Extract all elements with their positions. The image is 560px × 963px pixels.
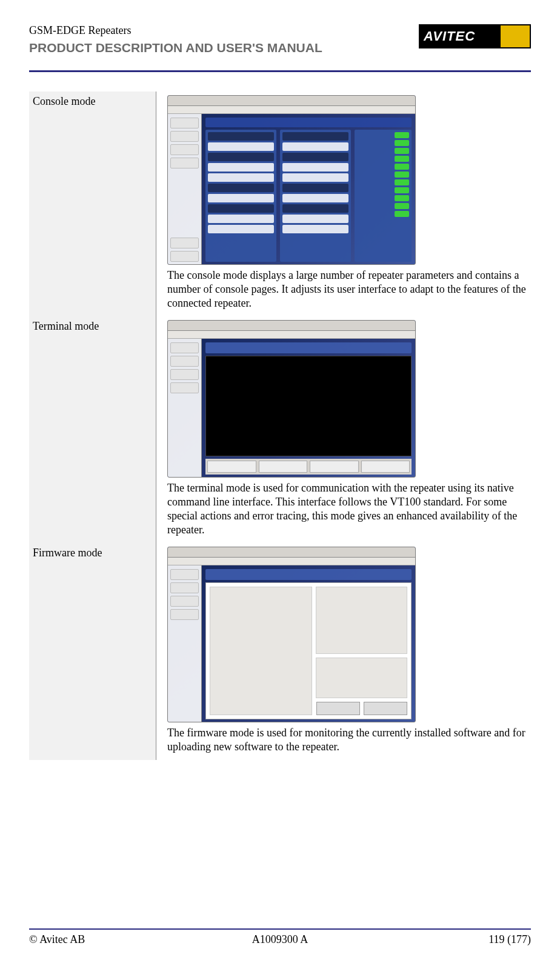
- firmware-header: [205, 569, 412, 580]
- sidebar-item: [170, 158, 199, 168]
- sidebar-item: [170, 569, 199, 580]
- window-menubar: [168, 558, 415, 565]
- footer-copyright: © Avitec AB: [29, 933, 196, 946]
- firmware-list: [316, 587, 407, 654]
- window-titlebar: [168, 96, 415, 106]
- app-sidebar: [168, 339, 202, 478]
- sidebar-item: [170, 382, 199, 393]
- sidebar-item: [170, 609, 199, 620]
- terminal-header: [205, 342, 412, 353]
- page-header: GSM-EDGE Repeaters PRODUCT DESCRIPTION A…: [29, 24, 531, 67]
- terminal-description: The terminal mode is used for communicat…: [167, 481, 531, 537]
- terminal-screenshot: [167, 320, 416, 478]
- firmware-details: [316, 587, 407, 715]
- app-sidebar: [168, 114, 202, 265]
- row-label-console: Console mode: [29, 92, 156, 316]
- sidebar-item: [170, 356, 199, 367]
- row-label-terminal: Terminal mode: [29, 316, 156, 543]
- firmware-button: [316, 702, 360, 715]
- settings-column: [205, 130, 276, 262]
- app-sidebar: [168, 565, 202, 722]
- sidebar-item: [170, 582, 199, 593]
- terminal-output: [205, 356, 412, 456]
- panel-title: [205, 118, 412, 127]
- fkey-button: [361, 461, 410, 473]
- console-description: The console mode displays a large number…: [167, 268, 531, 310]
- brand-logo: AVITEC: [419, 24, 531, 48]
- settings-column: [280, 130, 351, 262]
- console-screenshot: [167, 95, 416, 265]
- header-divider: [29, 70, 531, 72]
- window-menubar: [168, 331, 415, 339]
- row-content-terminal: The terminal mode is used for communicat…: [156, 316, 531, 543]
- sidebar-item: [170, 131, 199, 142]
- content-grid: Console mode: [29, 92, 531, 760]
- page-footer: © Avitec AB A1009300 A 119 (177): [29, 928, 531, 946]
- sidebar-item: [170, 342, 199, 353]
- firmware-panel: [205, 582, 412, 719]
- fkey-button: [259, 461, 308, 473]
- levels-column: [355, 130, 412, 262]
- sidebar-item: [170, 238, 199, 248]
- brand-logo-text: AVITEC: [420, 25, 501, 47]
- sidebar-item: [170, 144, 199, 155]
- brand-logo-icon: [501, 25, 530, 47]
- window-menubar: [168, 106, 415, 114]
- sidebar-item: [170, 251, 199, 262]
- sidebar-item: [170, 596, 199, 607]
- firmware-description: The firmware mode is used for monitoring…: [167, 726, 531, 754]
- firmware-screenshot: [167, 547, 416, 722]
- row-label-firmware: Firmware mode: [29, 543, 156, 760]
- firmware-info: [316, 658, 407, 698]
- row-content-console: The console mode displays a large number…: [156, 92, 531, 316]
- window-titlebar: [168, 321, 415, 331]
- terminal-fkeys: [205, 459, 412, 475]
- footer-docnumber: A1009300 A: [196, 933, 364, 946]
- fkey-button: [310, 461, 359, 473]
- firmware-tree: [210, 587, 312, 715]
- window-titlebar: [168, 547, 415, 558]
- footer-divider: [29, 928, 531, 930]
- row-content-firmware: The firmware mode is used for monitoring…: [156, 543, 531, 760]
- sidebar-item: [170, 369, 199, 380]
- footer-pagenumber: 119 (177): [364, 933, 531, 946]
- sidebar-item: [170, 118, 199, 128]
- fkey-button: [207, 461, 256, 473]
- firmware-button: [364, 702, 407, 715]
